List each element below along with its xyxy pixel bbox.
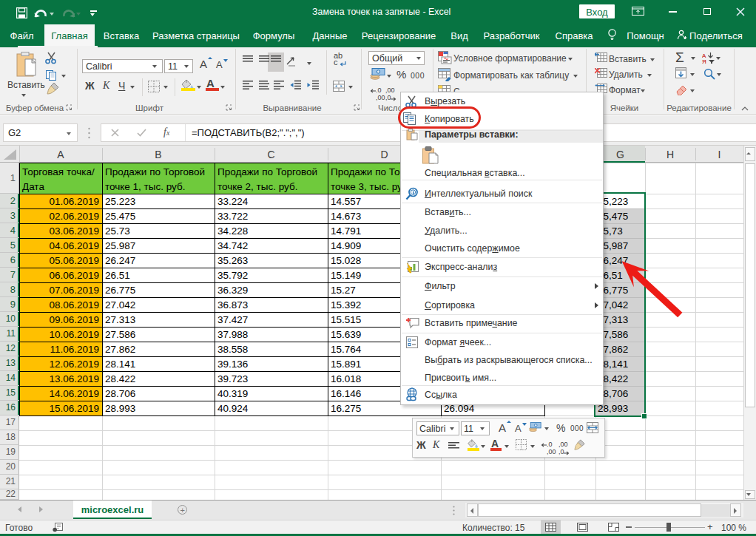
svg-text:Я: Я: [702, 58, 706, 64]
